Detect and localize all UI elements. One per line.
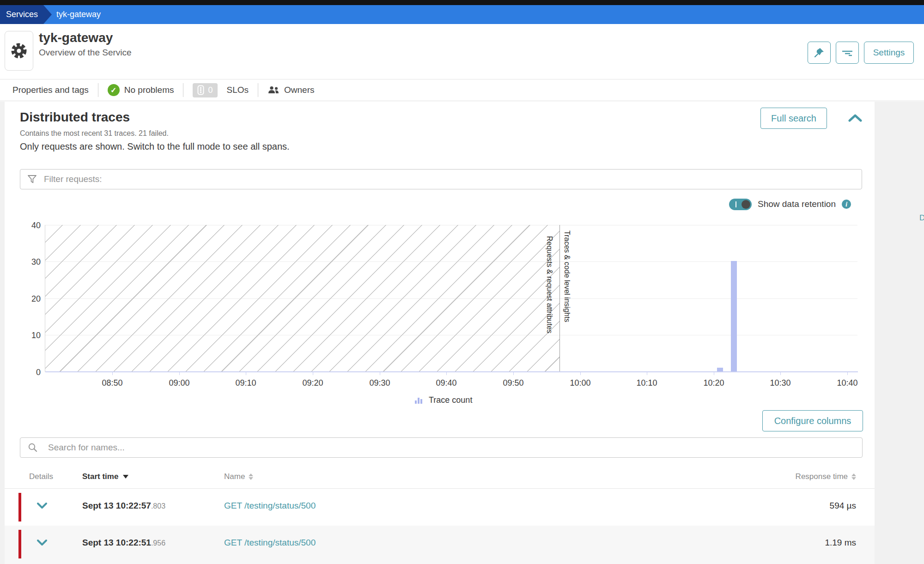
section-summary: Contains the most recent 31 traces. 21 f… [20, 129, 169, 138]
configure-columns-label: Configure columns [774, 416, 851, 426]
x-axis-label: 08:50 [91, 378, 133, 388]
tab-slos-label: SLOs [227, 85, 249, 95]
breadcrumb-current-label: tyk-gateway [56, 10, 101, 19]
x-axis-label: 09:20 [292, 378, 334, 388]
breadcrumb: Services tyk-gateway [0, 5, 924, 24]
window-top-strip [0, 0, 924, 5]
check-circle-icon: ✓ [108, 84, 120, 96]
breadcrumb-services[interactable]: Services [0, 5, 52, 24]
full-search-button[interactable]: Full search [760, 108, 827, 129]
pin-button[interactable] [808, 42, 831, 64]
service-icon-card [5, 31, 33, 71]
chevron-up-icon [847, 113, 863, 123]
settings-button-label: Settings [873, 48, 905, 58]
column-details: Details [29, 472, 53, 481]
sort-icon [851, 473, 856, 480]
bar-chart-icon [415, 398, 422, 405]
response-time-cell: 594 µs [830, 501, 856, 511]
page-title: tyk-gateway [39, 30, 113, 45]
failed-trace-indicator [18, 493, 21, 522]
search-names-field [20, 437, 863, 458]
x-axis-label: 09:10 [225, 378, 267, 388]
owners-people-icon [267, 85, 280, 95]
trace-count-chart: 40 30 20 10 0 Requests & request attribu… [5, 212, 875, 406]
section-mode-note: Only requests are shown. Switch to the f… [20, 141, 290, 152]
x-axis-label: 10:10 [626, 378, 668, 388]
tab-separator [98, 83, 98, 97]
x-axis-label: 10:40 [827, 378, 868, 388]
table-row: Sept 13 10:22:51.956 GET /testing/status… [5, 526, 875, 564]
configure-columns-button[interactable]: Configure columns [762, 410, 863, 431]
column-start-time[interactable]: Start time [82, 472, 128, 481]
x-axis-label: 10:00 [559, 378, 601, 388]
chevron-down-icon [36, 502, 48, 509]
collapse-section-button[interactable] [847, 113, 863, 125]
x-axis-line [45, 371, 858, 372]
y-axis-label: 10 [18, 331, 41, 340]
legend-label: Trace count [429, 395, 472, 405]
retention-toggle-label: Show data retention [758, 199, 836, 209]
filter-requests-input[interactable] [44, 170, 862, 189]
tab-owners[interactable]: Owners [267, 85, 314, 95]
column-name[interactable]: Name [224, 472, 253, 481]
chart-plot-area: Requests & request attributes Traces & c… [45, 225, 857, 372]
full-search-label: Full search [771, 113, 816, 124]
y-axis-label: 20 [18, 294, 41, 304]
row-expand-button[interactable] [36, 502, 48, 512]
service-overview-page: Services tyk-gateway tyk-gateway Overvie… [0, 0, 924, 564]
trace-count-bar[interactable] [731, 261, 737, 371]
sort-icon [249, 473, 253, 480]
x-axis-label: 09:00 [158, 378, 200, 388]
toggle-knob [742, 200, 750, 209]
tab-slos[interactable]: 0 SLOs [193, 83, 249, 97]
zone-label-requests: Requests & request attributes [545, 236, 553, 334]
trace-view-button[interactable] [836, 42, 859, 64]
trace-count-bar[interactable] [717, 368, 723, 371]
row-expand-button[interactable] [36, 539, 48, 549]
trace-name-link[interactable]: GET /testing/status/500 [224, 538, 316, 548]
x-axis-label: 09:30 [359, 378, 401, 388]
retention-zone-divider [559, 225, 560, 372]
column-response-time-label: Response time [796, 472, 848, 481]
clipped-text-fragment: D [919, 213, 924, 223]
pin-icon [813, 47, 825, 59]
retention-controls: Show data retention i [729, 198, 851, 211]
start-time-cell: Sept 13 10:22:51.956 [82, 538, 165, 548]
gear-icon [9, 41, 29, 61]
info-icon[interactable]: i [842, 200, 851, 209]
tab-separator [183, 83, 183, 97]
tab-problems[interactable]: ✓ No problems [108, 84, 174, 96]
tab-owners-label: Owners [284, 85, 314, 95]
waterfall-lines-icon [841, 48, 854, 58]
trace-name-link[interactable]: GET /testing/status/500 [224, 501, 316, 511]
breadcrumb-services-label: Services [6, 10, 38, 19]
search-names-input[interactable] [48, 438, 862, 457]
tab-bar: Properties and tags ✓ No problems 0 SLOs [0, 79, 924, 101]
toggle-on-mark [736, 201, 736, 207]
x-axis-label: 09:50 [492, 378, 534, 388]
column-name-label: Name [224, 472, 245, 481]
y-axis-label: 40 [18, 221, 41, 230]
retention-hatched-zone [45, 225, 559, 372]
table-header: Details Start time Name Response time [5, 466, 875, 488]
filter-funnel-icon [28, 175, 36, 183]
tab-properties-and-tags[interactable]: Properties and tags [12, 85, 89, 95]
show-data-retention-toggle[interactable] [729, 199, 752, 210]
slo-count: 0 [208, 85, 213, 95]
tab-separator [258, 83, 258, 97]
settings-button[interactable]: Settings [864, 42, 914, 64]
y-axis-label: 0 [18, 368, 41, 377]
tab-properties-label: Properties and tags [12, 85, 89, 95]
x-axis-label: 10:20 [693, 378, 735, 388]
zone-label-traces: Traces & code level insights [563, 230, 571, 322]
breadcrumb-current: tyk-gateway [56, 5, 101, 24]
tab-problems-label: No problems [124, 85, 174, 95]
distributed-traces-card: Distributed traces Contains the most rec… [5, 102, 875, 564]
failed-trace-indicator [18, 530, 21, 558]
column-start-time-label: Start time [82, 472, 118, 481]
column-response-time[interactable]: Response time [796, 472, 856, 481]
chevron-down-icon [36, 539, 48, 546]
sort-desc-icon [123, 475, 128, 479]
x-axis-label: 09:40 [426, 378, 467, 388]
traffic-light-icon [197, 85, 204, 95]
